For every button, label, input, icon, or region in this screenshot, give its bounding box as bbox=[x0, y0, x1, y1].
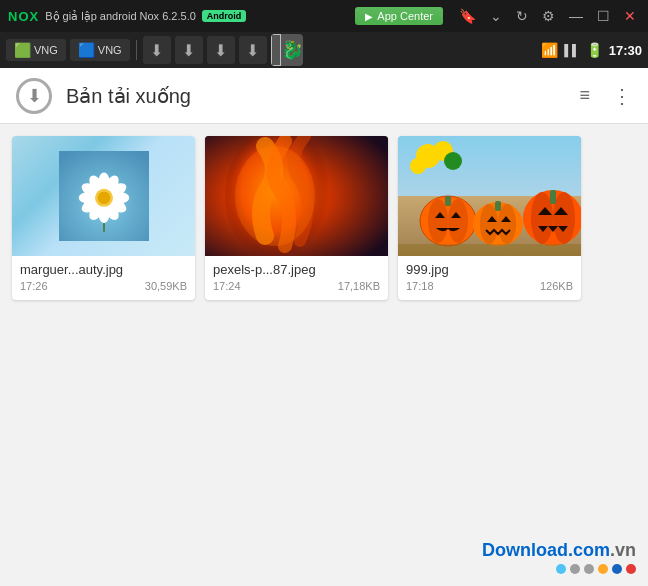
watermark-vn: vn bbox=[615, 540, 636, 560]
watermark-com: com bbox=[573, 540, 610, 560]
title-bar: NOX Bộ giả lập android Nox 6.2.5.0 Andro… bbox=[0, 0, 648, 32]
avatar-img bbox=[271, 34, 281, 66]
file-card-1[interactable]: pexels-p...87.jpeg 17:24 17,18KB bbox=[205, 136, 388, 300]
svg-point-18 bbox=[235, 146, 315, 246]
taskbar: 🟩 VNG 🟦 VNG ⬇ ⬇ ⬇ ⬇ 🐉 📶 ▌▌ 🔋 17:30 bbox=[0, 32, 648, 68]
flower-thumbnail bbox=[12, 136, 195, 256]
app-icon-vng1: 🟩 bbox=[14, 42, 31, 58]
app-center-button[interactable]: ▶ App Center bbox=[355, 7, 443, 25]
file-time-2: 17:18 bbox=[406, 280, 434, 292]
filter-icon[interactable]: ≡ bbox=[579, 85, 590, 106]
watermark: Download.com.vn bbox=[482, 540, 636, 574]
clock: 17:30 bbox=[609, 43, 642, 58]
svg-point-15 bbox=[97, 192, 110, 205]
download-arrow-icon: ⬇ bbox=[27, 85, 42, 107]
title-bar-left: NOX Bộ giả lập android Nox 6.2.5.0 Andro… bbox=[8, 6, 640, 26]
dot-6 bbox=[626, 564, 636, 574]
avatar-placeholder: 🐉 bbox=[281, 39, 303, 61]
svg-point-24 bbox=[444, 152, 462, 170]
wifi-icon: 📶 bbox=[541, 42, 558, 58]
flower-svg bbox=[59, 151, 149, 241]
battery-icon: 🔋 bbox=[586, 42, 603, 58]
dot-5 bbox=[612, 564, 622, 574]
taskbar-app-label-vng2: VNG bbox=[98, 44, 122, 56]
taskbar-app-label-vng1: VNG bbox=[34, 44, 58, 56]
dot-2 bbox=[570, 564, 580, 574]
dot-4 bbox=[598, 564, 608, 574]
avatar-icon[interactable]: 🐉 bbox=[271, 34, 303, 66]
download-btn-2[interactable]: ⬇ bbox=[175, 36, 203, 64]
smoke-thumbnail bbox=[205, 136, 388, 256]
dot-3 bbox=[584, 564, 594, 574]
signal-icon: ▌▌ bbox=[564, 44, 580, 56]
watermark-dots bbox=[556, 564, 636, 574]
file-meta-1: 17:24 17,18KB bbox=[213, 280, 380, 292]
download-btn-1[interactable]: ⬇ bbox=[143, 36, 171, 64]
svg-rect-37 bbox=[495, 201, 501, 211]
file-time-0: 17:26 bbox=[20, 280, 48, 292]
file-name-2: 999.jpg bbox=[406, 262, 573, 277]
download-circle-icon: ⬇ bbox=[16, 78, 52, 114]
svg-point-27 bbox=[448, 199, 468, 243]
menu-icon[interactable]: ⋮ bbox=[612, 84, 632, 108]
watermark-text: Download.com.vn bbox=[482, 540, 636, 561]
app-header: ⬇ Bản tải xuống ≡ ⋮ bbox=[0, 68, 648, 124]
content-area: ⬇ Bản tải xuống ≡ ⋮ bbox=[0, 68, 648, 586]
file-info-1: pexels-p...87.jpeg 17:24 17,18KB bbox=[205, 256, 388, 300]
taskbar-app-vng2[interactable]: 🟦 VNG bbox=[70, 39, 130, 61]
close-icon[interactable]: ✕ bbox=[620, 6, 640, 26]
file-thumb-0 bbox=[12, 136, 195, 256]
play-icon: ▶ bbox=[365, 11, 373, 22]
file-card-2[interactable]: 999.jpg 17:18 126KB bbox=[398, 136, 581, 300]
svg-rect-43 bbox=[550, 190, 556, 204]
taskbar-status: 📶 ▌▌ 🔋 17:30 bbox=[541, 42, 642, 58]
file-name-1: pexels-p...87.jpeg bbox=[213, 262, 380, 277]
svg-point-40 bbox=[553, 192, 575, 244]
file-time-1: 17:24 bbox=[213, 280, 241, 292]
app-icon-vng2: 🟦 bbox=[78, 42, 95, 58]
svg-rect-31 bbox=[445, 196, 451, 206]
page-title: Bản tải xuống bbox=[66, 84, 565, 108]
pumpkins-svg bbox=[398, 136, 581, 256]
app-center-label: App Center bbox=[377, 10, 433, 22]
file-meta-0: 17:26 30,59KB bbox=[20, 280, 187, 292]
pumpkins-thumbnail bbox=[398, 136, 581, 256]
file-thumb-2 bbox=[398, 136, 581, 256]
file-meta-2: 17:18 126KB bbox=[406, 280, 573, 292]
file-size-2: 126KB bbox=[540, 280, 573, 292]
svg-point-39 bbox=[531, 192, 553, 244]
file-thumb-1 bbox=[205, 136, 388, 256]
settings-icon[interactable]: ⚙ bbox=[538, 6, 559, 26]
download-btn-4[interactable]: ⬇ bbox=[239, 36, 267, 64]
file-size-0: 30,59KB bbox=[145, 280, 187, 292]
smoke-svg bbox=[205, 136, 388, 256]
download-btn-3[interactable]: ⬇ bbox=[207, 36, 235, 64]
file-size-1: 17,18KB bbox=[338, 280, 380, 292]
svg-rect-44 bbox=[398, 244, 581, 256]
maximize-icon[interactable]: ☐ bbox=[593, 6, 614, 26]
file-info-0: marguer...auty.jpg 17:26 30,59KB bbox=[12, 256, 195, 300]
file-name-0: marguer...auty.jpg bbox=[20, 262, 187, 277]
file-card-0[interactable]: marguer...auty.jpg 17:26 30,59KB bbox=[12, 136, 195, 300]
dot-1 bbox=[556, 564, 566, 574]
nox-logo: NOX bbox=[8, 9, 39, 24]
taskbar-app-vng1[interactable]: 🟩 VNG bbox=[6, 39, 66, 61]
app-title: Bộ giả lập android Nox 6.2.5.0 bbox=[45, 10, 196, 23]
watermark-download: Download bbox=[482, 540, 568, 560]
svg-point-26 bbox=[428, 199, 448, 243]
minimize-icon[interactable]: — bbox=[565, 6, 587, 26]
watermark-dot1: . bbox=[568, 540, 573, 560]
refresh-icon[interactable]: ↻ bbox=[512, 6, 532, 26]
svg-point-23 bbox=[410, 158, 426, 174]
taskbar-separator bbox=[136, 40, 137, 60]
file-info-2: 999.jpg 17:18 126KB bbox=[398, 256, 581, 300]
bookmark-icon[interactable]: 🔖 bbox=[455, 6, 480, 26]
watermark-dot2: . bbox=[610, 540, 615, 560]
chevron-down-icon[interactable]: ⌄ bbox=[486, 6, 506, 26]
files-grid: marguer...auty.jpg 17:26 30,59KB bbox=[0, 124, 648, 586]
android-badge: Android bbox=[202, 10, 247, 22]
